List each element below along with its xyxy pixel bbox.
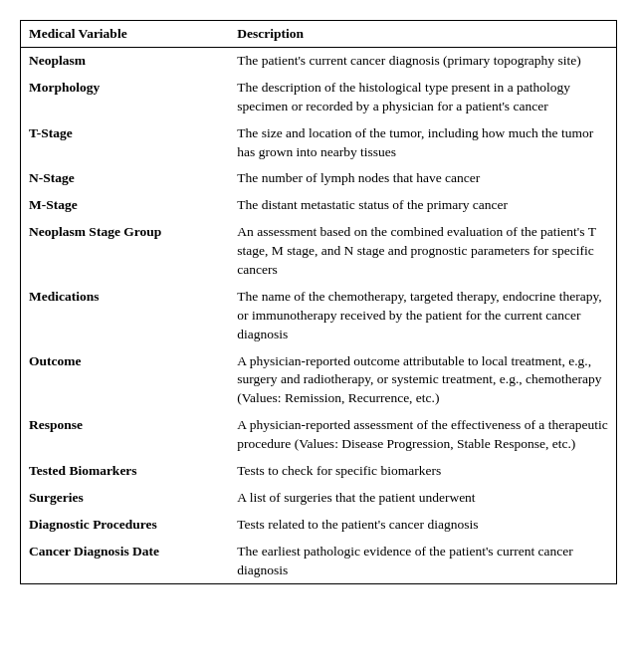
description-cell: A list of surgeries that the patient und… bbox=[229, 485, 616, 512]
description-cell: The description of the histological type… bbox=[229, 75, 616, 120]
medical-variables-table: Medical Variable Description NeoplasmThe… bbox=[20, 20, 617, 584]
description-cell: The distant metastatic status of the pri… bbox=[229, 192, 616, 219]
table-row: ResponseA physician-reported assessment … bbox=[21, 412, 616, 458]
variable-cell: Tested Biomarkers bbox=[21, 458, 229, 485]
table-row: T-StageThe size and location of the tumo… bbox=[21, 120, 616, 166]
table-row: Neoplasm Stage GroupAn assessment based … bbox=[21, 219, 616, 284]
table-row: N-StageThe number of lymph nodes that ha… bbox=[21, 165, 616, 192]
variable-cell: Neoplasm Stage Group bbox=[21, 219, 229, 284]
description-cell: The name of the chemotherapy, targeted t… bbox=[229, 284, 616, 348]
variable-cell: Morphology bbox=[21, 75, 229, 120]
description-cell: The size and location of the tumor, incl… bbox=[229, 120, 616, 166]
table-row: OutcomeA physician-reported outcome attr… bbox=[21, 348, 616, 413]
variable-cell: Cancer Diagnosis Date bbox=[21, 539, 229, 584]
description-cell: The number of lymph nodes that have canc… bbox=[229, 165, 616, 192]
table-row: Diagnostic ProceduresTests related to th… bbox=[21, 512, 616, 539]
variable-cell: Diagnostic Procedures bbox=[21, 512, 229, 539]
column-header-description: Description bbox=[229, 21, 616, 48]
variable-cell: Response bbox=[21, 412, 229, 458]
variable-cell: Medications bbox=[21, 284, 229, 348]
description-cell: A physician-reported outcome attributabl… bbox=[229, 348, 616, 413]
table-row: M-StageThe distant metastatic status of … bbox=[21, 192, 616, 219]
variable-cell: Outcome bbox=[21, 348, 229, 413]
table-row: MorphologyThe description of the histolo… bbox=[21, 75, 616, 120]
column-header-variable: Medical Variable bbox=[21, 21, 229, 48]
table-row: Cancer Diagnosis DateThe earliest pathol… bbox=[21, 539, 616, 584]
table-row: Tested BiomarkersTests to check for spec… bbox=[21, 458, 616, 485]
description-cell: The patient's current cancer diagnosis (… bbox=[229, 48, 616, 75]
variable-cell: N-Stage bbox=[21, 165, 229, 192]
variable-cell: Surgeries bbox=[21, 485, 229, 512]
description-cell: Tests to check for specific biomarkers bbox=[229, 458, 616, 485]
table-row: NeoplasmThe patient's current cancer dia… bbox=[21, 48, 616, 75]
description-cell: Tests related to the patient's cancer di… bbox=[229, 512, 616, 539]
variable-cell: Neoplasm bbox=[21, 48, 229, 75]
table-row: MedicationsThe name of the chemotherapy,… bbox=[21, 284, 616, 348]
description-cell: An assessment based on the combined eval… bbox=[229, 219, 616, 284]
description-cell: A physician-reported assessment of the e… bbox=[229, 412, 616, 458]
variable-cell: T-Stage bbox=[21, 120, 229, 166]
description-cell: The earliest pathologic evidence of the … bbox=[229, 539, 616, 584]
table-row: SurgeriesA list of surgeries that the pa… bbox=[21, 485, 616, 512]
variable-cell: M-Stage bbox=[21, 192, 229, 219]
